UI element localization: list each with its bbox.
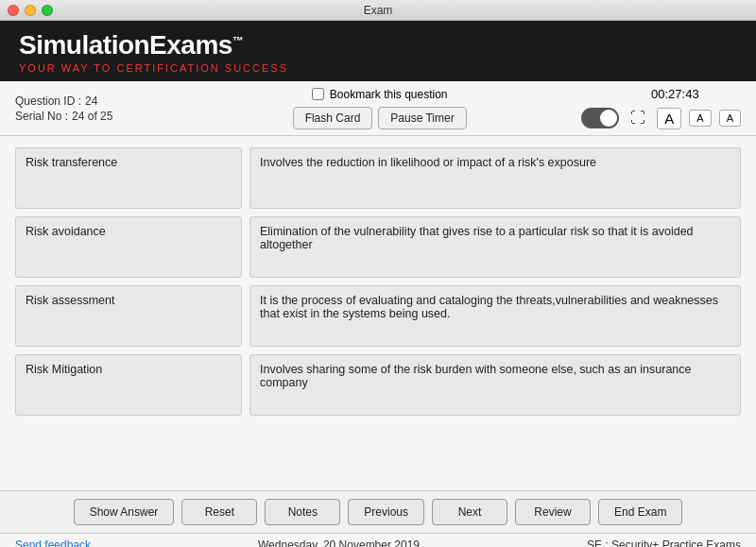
- review-button[interactable]: Review: [515, 499, 591, 525]
- font-small-button[interactable]: A: [657, 108, 681, 129]
- end-exam-button[interactable]: End Exam: [598, 499, 682, 525]
- status-exam-title: SE : Security+ Practice Exams: [587, 538, 741, 547]
- logo: SimulationExams™: [19, 30, 737, 60]
- flashcard-row-3: Risk Mitigation Involves sharing some of…: [15, 354, 741, 416]
- show-answer-button[interactable]: Show Answer: [74, 499, 175, 525]
- toggle-switch[interactable]: [581, 108, 619, 128]
- question-id-value: 24: [85, 94, 97, 108]
- notes-button[interactable]: Notes: [265, 499, 340, 525]
- next-button[interactable]: Next: [432, 499, 507, 525]
- bookmark-row: Bookmark this question: [312, 88, 448, 101]
- timer-display: 00:27:43: [624, 87, 699, 101]
- card-right-1: Elimination of the vulnerability that gi…: [249, 216, 741, 278]
- font-large-button[interactable]: A: [719, 110, 741, 127]
- toggle-row: ⛶ A A A: [581, 107, 741, 129]
- window-title: Exam: [364, 4, 393, 17]
- card-left-1: Risk avoidance: [15, 216, 242, 278]
- title-bar: Exam: [0, 0, 756, 21]
- minimize-button[interactable]: [25, 5, 36, 16]
- card-left-3: Risk Mitigation: [15, 354, 242, 416]
- flashcard-row-0: Risk transference Involves the reduction…: [15, 147, 741, 209]
- reset-button[interactable]: Reset: [181, 499, 257, 525]
- window-controls[interactable]: [8, 5, 53, 16]
- flashcard-row-2: Risk assessment It is the process of eva…: [15, 285, 741, 347]
- info-center: Bookmark this question Flash Card Pause …: [185, 88, 574, 129]
- pause-timer-button[interactable]: Pause Timer: [378, 107, 466, 129]
- serial-no-label: Serial No :: [15, 110, 68, 123]
- question-id-label: Question ID :: [15, 94, 81, 108]
- font-medium-button[interactable]: A: [689, 110, 711, 127]
- card-left-2: Risk assessment: [15, 285, 242, 347]
- previous-button[interactable]: Previous: [348, 499, 424, 525]
- bottom-toolbar: Show Answer Reset Notes Previous Next Re…: [0, 490, 756, 533]
- info-bar: Question ID : 24 Serial No : 24 of 25 Bo…: [0, 81, 756, 136]
- flashcard-row-1: Risk avoidance Elimination of the vulner…: [15, 216, 741, 278]
- logo-name: SimulationExams: [19, 30, 232, 60]
- close-button[interactable]: [8, 5, 19, 16]
- flash-card-button[interactable]: Flash Card: [293, 107, 373, 129]
- info-left: Question ID : 24 Serial No : 24 of 25: [15, 94, 185, 123]
- feedback-link[interactable]: Send feedback: [15, 538, 91, 547]
- status-date: Wednesday, 20 November 2019: [258, 538, 420, 547]
- card-left-0: Risk transference: [15, 147, 242, 209]
- logo-subtitle: YOUR WAY TO CERTIFICATION SUCCESS: [19, 62, 737, 74]
- status-bar: Send feedback Wednesday, 20 November 201…: [0, 533, 756, 547]
- main-content: Risk transference Involves the reduction…: [0, 136, 756, 490]
- serial-no-value: 24 of 25: [72, 110, 112, 123]
- serial-no-row: Serial No : 24 of 25: [15, 110, 185, 123]
- question-id-row: Question ID : 24: [15, 94, 185, 108]
- app-header: SimulationExams™ YOUR WAY TO CERTIFICATI…: [0, 21, 756, 81]
- bookmark-checkbox[interactable]: [312, 88, 324, 100]
- maximize-button[interactable]: [42, 5, 53, 16]
- fullscreen-icon[interactable]: ⛶: [627, 107, 649, 129]
- controls-right: 00:27:43 ⛶ A A A: [581, 87, 741, 129]
- card-right-3: Involves sharing some of the risk burden…: [249, 354, 741, 416]
- card-right-0: Involves the reduction in likelihood or …: [249, 147, 741, 209]
- card-right-2: It is the process of evaluating and cata…: [249, 285, 741, 347]
- info-buttons: Flash Card Pause Timer: [293, 107, 467, 129]
- logo-tm: ™: [232, 34, 244, 47]
- bookmark-label: Bookmark this question: [330, 88, 448, 101]
